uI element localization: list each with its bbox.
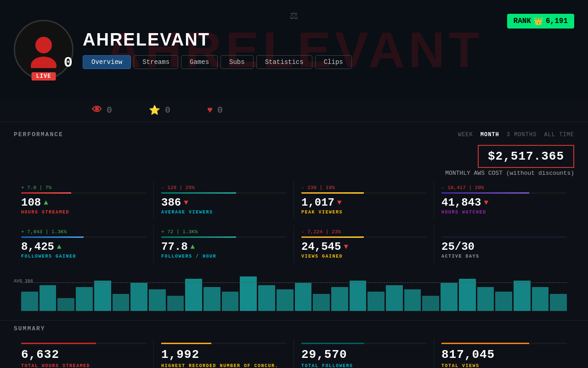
chart-bar — [368, 292, 384, 311]
metric-bar — [441, 192, 567, 194]
summary-value: 29,570 — [301, 348, 426, 362]
stat-followers: ⭐ 0 — [149, 104, 170, 116]
arrow-down-icon: ▼ — [484, 199, 488, 207]
metric-change: - 129 | 25% — [161, 185, 286, 190]
chart-container: AVG 386 — [14, 270, 574, 311]
summary-bar — [21, 343, 146, 344]
metric-bar — [161, 236, 286, 238]
header-content: 0 LIVE AHRELEVANT Overview Streams Games… — [0, 0, 588, 99]
aws-cost-area: $2,517.365 MONTHLY AWS COST (without dis… — [14, 145, 574, 177]
tab-clips[interactable]: Clips — [315, 55, 352, 69]
metric-bar — [21, 192, 146, 194]
chart-bar — [149, 289, 166, 311]
filter-month[interactable]: MONTH — [481, 132, 499, 138]
chart-bar — [514, 281, 531, 311]
summary-grid: 6,632 TOTAL HOURS STREAMED 1,992 HIGHEST… — [14, 339, 574, 368]
chart-bar — [422, 296, 439, 311]
metric-label: VIEWS GAINED — [301, 254, 426, 259]
chart-bar — [295, 283, 312, 311]
hearts-count: 0 — [217, 105, 223, 115]
metrics-row-2: + 7,843 | 1.3K% 8,425 ▲ FOLLOWERS GAINED… — [14, 225, 574, 263]
chart-bar — [185, 279, 202, 311]
arrow-up-icon: ▲ — [191, 243, 195, 251]
metric-hours-watched: - 10,417 | 20% 41,843 ▼ HOURS WATCHED — [434, 181, 574, 218]
metric-change: - 7,224 | 23% — [301, 229, 426, 235]
avatar-count: 0 — [64, 54, 73, 71]
metric-bar — [21, 236, 146, 238]
metric-value: 108 ▲ — [21, 196, 146, 209]
metric-label: FOLLOWERS / HOUR — [161, 254, 286, 259]
metric-followers-gained: + 7,843 | 1.3K% 8,425 ▲ FOLLOWERS GAINED — [14, 225, 154, 263]
user-icon — [25, 31, 62, 68]
filter-week[interactable]: WEEK — [458, 132, 473, 138]
stat-hearts: ♥ 0 — [207, 105, 223, 115]
filter-alltime[interactable]: ALL TIME — [544, 132, 574, 138]
avg-label: AVG 386 — [14, 279, 33, 284]
metric-value: 386 ▼ — [161, 196, 286, 209]
performance-header: PERFORMANCE WEEK MONTH 3 MONTHS ALL TIME — [14, 131, 574, 138]
tab-overview[interactable]: Overview — [83, 55, 131, 69]
avg-line — [21, 282, 567, 283]
metric-peak-viewers: - 238 | 19% 1,017 ▼ PEAK VIEWERS — [294, 181, 434, 218]
summary-bar — [161, 343, 286, 344]
summary-label: TOTAL HOURS STREAMED — [21, 363, 146, 368]
chart-bar — [258, 285, 275, 311]
arrow-down-icon: ▼ — [184, 199, 188, 207]
chart-bar — [76, 287, 93, 311]
viewers-count: 0 — [107, 105, 112, 115]
chart-bar — [350, 281, 367, 311]
metric-change: - 238 | 19% — [301, 185, 426, 190]
metric-bar — [161, 192, 286, 194]
arrow-down-icon: ▼ — [337, 199, 342, 207]
metric-label: ACTIVE DAYS — [441, 254, 567, 259]
summary-label: TOTAL FOLLOWERS — [301, 363, 426, 368]
metric-label: AVERAGE VIEWERS — [161, 210, 286, 215]
metric-followers-hour: + 72 | 1.3K% 77.8 ▲ FOLLOWERS / HOUR — [154, 225, 294, 263]
metric-views-gained: - 7,224 | 23% 24,545 ▼ VIEWS GAINED — [294, 225, 434, 263]
metric-label: HOURS STREAMED — [21, 210, 146, 215]
metric-bar — [441, 236, 567, 238]
bar-chart: AVG 386 — [14, 270, 574, 311]
summary-label: TOTAL VIEWS — [441, 363, 567, 368]
svg-point-0 — [35, 37, 52, 53]
arrow-up-icon: ▲ — [57, 243, 62, 251]
arrow-down-icon: ▼ — [344, 243, 348, 251]
chart-bar — [313, 294, 330, 311]
metric-value: 24,545 ▼ — [301, 241, 426, 253]
filter-3months[interactable]: 3 MONTHS — [507, 132, 537, 138]
live-badge: LIVE — [32, 72, 56, 80]
chart-bar — [386, 285, 403, 311]
chart-bar — [40, 285, 57, 311]
summary-bar — [441, 343, 567, 344]
tab-subs[interactable]: Subs — [220, 55, 254, 69]
metric-value: 25/30 — [441, 241, 567, 253]
metric-bar — [301, 192, 426, 194]
star-icon: ⭐ — [149, 104, 160, 116]
chart-bar — [495, 292, 512, 311]
chart-bar — [459, 279, 476, 311]
metric-change: - 10,417 | 20% — [441, 185, 567, 190]
metric-active-days: - 25/30 ACTIVE DAYS — [434, 225, 574, 263]
heart-icon: ♥ — [207, 105, 213, 115]
arrow-up-icon: ▲ — [44, 199, 48, 207]
chart-bar — [204, 287, 220, 311]
tab-games[interactable]: Games — [181, 55, 218, 69]
summary-section: SUMMARY 6,632 TOTAL HOURS STREAMED 1,992… — [0, 320, 588, 368]
metric-hours-streamed: + 7.0 | 7% 108 ▲ HOURS STREAMED — [14, 181, 154, 218]
time-filters: WEEK MONTH 3 MONTHS ALL TIME — [458, 132, 574, 138]
summary-value: 6,632 — [21, 348, 146, 362]
metric-value: 1,017 ▼ — [301, 196, 426, 209]
avatar-container: 0 LIVE — [14, 20, 74, 80]
summary-total-hours: 6,632 TOTAL HOURS STREAMED — [14, 339, 154, 368]
stats-icons-row: 👁 0 ⭐ 0 ♥ 0 — [0, 99, 588, 122]
tab-streams[interactable]: Streams — [134, 55, 178, 69]
chart-bar — [550, 294, 567, 311]
summary-title: SUMMARY — [14, 325, 574, 332]
tab-statistics[interactable]: Statistics — [256, 55, 312, 69]
nav-tabs: Overview Streams Games Subs Statistics C… — [83, 55, 507, 69]
summary-value: 817,045 — [441, 348, 567, 362]
summary-highest-viewers: 1,992 HIGHEST RECORDED NUMBER OF CONCUR.… — [154, 339, 294, 368]
chart-bar — [240, 276, 257, 311]
chart-bar — [532, 287, 549, 311]
chart-bar — [404, 289, 421, 311]
